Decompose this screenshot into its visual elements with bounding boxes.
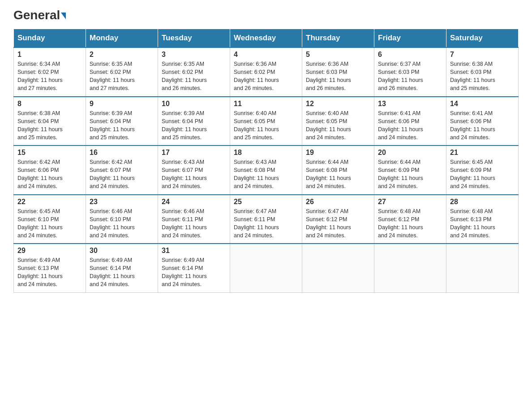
day-info: Sunrise: 6:43 AMSunset: 6:07 PMDaylight:… (162, 158, 226, 191)
day-of-week-header: Sunday (14, 29, 86, 48)
day-info: Sunrise: 6:49 AMSunset: 6:14 PMDaylight:… (90, 256, 154, 289)
day-number: 30 (90, 247, 154, 255)
day-number: 8 (17, 100, 82, 108)
calendar-cell: 6Sunrise: 6:37 AMSunset: 6:03 PMDaylight… (374, 47, 446, 97)
page-header: General (13, 9, 519, 20)
day-info: Sunrise: 6:38 AMSunset: 6:04 PMDaylight:… (17, 109, 82, 142)
calendar-cell: 8Sunrise: 6:38 AMSunset: 6:04 PMDaylight… (14, 97, 86, 146)
calendar-cell: 3Sunrise: 6:35 AMSunset: 6:02 PMDaylight… (158, 47, 230, 97)
calendar-week-row: 29Sunrise: 6:49 AMSunset: 6:13 PMDayligh… (14, 244, 519, 292)
day-info: Sunrise: 6:39 AMSunset: 6:04 PMDaylight:… (90, 109, 154, 142)
day-number: 7 (450, 51, 515, 59)
calendar-cell: 28Sunrise: 6:48 AMSunset: 6:13 PMDayligh… (446, 195, 519, 244)
day-number: 3 (162, 51, 226, 59)
calendar-cell: 23Sunrise: 6:46 AMSunset: 6:10 PMDayligh… (86, 195, 158, 244)
day-info: Sunrise: 6:36 AMSunset: 6:03 PMDaylight:… (306, 60, 370, 93)
calendar-header-row: SundayMondayTuesdayWednesdayThursdayFrid… (14, 29, 519, 48)
day-number: 4 (234, 51, 298, 59)
day-number: 13 (378, 100, 442, 108)
calendar-cell: 18Sunrise: 6:43 AMSunset: 6:08 PMDayligh… (230, 146, 302, 195)
day-number: 18 (234, 149, 298, 157)
day-of-week-header: Tuesday (158, 29, 230, 48)
day-number: 12 (306, 100, 370, 108)
day-number: 21 (450, 149, 515, 157)
day-info: Sunrise: 6:35 AMSunset: 6:02 PMDaylight:… (90, 60, 154, 93)
calendar-cell: 30Sunrise: 6:49 AMSunset: 6:14 PMDayligh… (86, 244, 158, 292)
day-of-week-header: Monday (86, 29, 158, 48)
day-number: 31 (162, 247, 226, 255)
day-number: 25 (234, 198, 298, 206)
day-info: Sunrise: 6:44 AMSunset: 6:09 PMDaylight:… (378, 158, 442, 191)
calendar-cell: 7Sunrise: 6:38 AMSunset: 6:03 PMDaylight… (446, 47, 519, 97)
day-info: Sunrise: 6:38 AMSunset: 6:03 PMDaylight:… (450, 60, 515, 93)
day-info: Sunrise: 6:36 AMSunset: 6:02 PMDaylight:… (234, 60, 298, 93)
day-info: Sunrise: 6:47 AMSunset: 6:12 PMDaylight:… (306, 207, 370, 240)
calendar-week-row: 8Sunrise: 6:38 AMSunset: 6:04 PMDaylight… (14, 97, 519, 146)
day-info: Sunrise: 6:39 AMSunset: 6:04 PMDaylight:… (162, 109, 226, 142)
day-number: 20 (378, 149, 442, 157)
day-info: Sunrise: 6:40 AMSunset: 6:05 PMDaylight:… (234, 109, 298, 142)
day-info: Sunrise: 6:45 AMSunset: 6:10 PMDaylight:… (17, 207, 82, 240)
day-number: 1 (17, 51, 82, 59)
day-info: Sunrise: 6:43 AMSunset: 6:08 PMDaylight:… (234, 158, 298, 191)
day-number: 19 (306, 149, 370, 157)
calendar-cell: 21Sunrise: 6:45 AMSunset: 6:09 PMDayligh… (446, 146, 519, 195)
day-number: 27 (378, 198, 442, 206)
calendar-table: SundayMondayTuesdayWednesdayThursdayFrid… (13, 29, 519, 293)
calendar-cell: 25Sunrise: 6:47 AMSunset: 6:11 PMDayligh… (230, 195, 302, 244)
day-number: 29 (17, 247, 82, 255)
calendar-cell: 12Sunrise: 6:40 AMSunset: 6:05 PMDayligh… (302, 97, 374, 146)
logo-general-line: General (13, 9, 66, 21)
calendar-cell: 4Sunrise: 6:36 AMSunset: 6:02 PMDaylight… (230, 47, 302, 97)
day-number: 22 (17, 198, 82, 206)
calendar-cell: 11Sunrise: 6:40 AMSunset: 6:05 PMDayligh… (230, 97, 302, 146)
calendar-cell: 14Sunrise: 6:41 AMSunset: 6:06 PMDayligh… (446, 97, 519, 146)
day-info: Sunrise: 6:46 AMSunset: 6:10 PMDaylight:… (90, 207, 154, 240)
day-of-week-header: Wednesday (230, 29, 302, 48)
day-info: Sunrise: 6:47 AMSunset: 6:11 PMDaylight:… (234, 207, 298, 240)
calendar-cell: 15Sunrise: 6:42 AMSunset: 6:06 PMDayligh… (14, 146, 86, 195)
day-info: Sunrise: 6:49 AMSunset: 6:14 PMDaylight:… (162, 256, 226, 289)
day-info: Sunrise: 6:44 AMSunset: 6:08 PMDaylight:… (306, 158, 370, 191)
day-info: Sunrise: 6:48 AMSunset: 6:12 PMDaylight:… (378, 207, 442, 240)
calendar-cell: 26Sunrise: 6:47 AMSunset: 6:12 PMDayligh… (302, 195, 374, 244)
calendar-cell: 13Sunrise: 6:41 AMSunset: 6:06 PMDayligh… (374, 97, 446, 146)
day-info: Sunrise: 6:37 AMSunset: 6:03 PMDaylight:… (378, 60, 442, 93)
day-number: 10 (162, 100, 226, 108)
day-info: Sunrise: 6:40 AMSunset: 6:05 PMDaylight:… (306, 109, 370, 142)
day-of-week-header: Thursday (302, 29, 374, 48)
calendar-cell: 2Sunrise: 6:35 AMSunset: 6:02 PMDaylight… (86, 47, 158, 97)
day-info: Sunrise: 6:35 AMSunset: 6:02 PMDaylight:… (162, 60, 226, 93)
day-number: 14 (450, 100, 515, 108)
day-info: Sunrise: 6:46 AMSunset: 6:11 PMDaylight:… (162, 207, 226, 240)
day-number: 28 (450, 198, 515, 206)
calendar-cell: 1Sunrise: 6:34 AMSunset: 6:02 PMDaylight… (14, 47, 86, 97)
calendar-cell (374, 244, 446, 292)
calendar-week-row: 1Sunrise: 6:34 AMSunset: 6:02 PMDaylight… (14, 47, 519, 97)
day-number: 24 (162, 198, 226, 206)
calendar-cell: 9Sunrise: 6:39 AMSunset: 6:04 PMDaylight… (86, 97, 158, 146)
day-info: Sunrise: 6:48 AMSunset: 6:13 PMDaylight:… (450, 207, 515, 240)
calendar-cell (302, 244, 374, 292)
day-number: 23 (90, 198, 154, 206)
calendar-cell: 27Sunrise: 6:48 AMSunset: 6:12 PMDayligh… (374, 195, 446, 244)
calendar-cell: 29Sunrise: 6:49 AMSunset: 6:13 PMDayligh… (14, 244, 86, 292)
day-number: 11 (234, 100, 298, 108)
day-number: 6 (378, 51, 442, 59)
day-number: 2 (90, 51, 154, 59)
day-info: Sunrise: 6:49 AMSunset: 6:13 PMDaylight:… (17, 256, 82, 289)
calendar-cell (230, 244, 302, 292)
day-of-week-header: Friday (374, 29, 446, 48)
calendar-cell: 17Sunrise: 6:43 AMSunset: 6:07 PMDayligh… (158, 146, 230, 195)
day-info: Sunrise: 6:34 AMSunset: 6:02 PMDaylight:… (17, 60, 82, 93)
day-number: 15 (17, 149, 82, 157)
calendar-week-row: 15Sunrise: 6:42 AMSunset: 6:06 PMDayligh… (14, 146, 519, 195)
calendar-week-row: 22Sunrise: 6:45 AMSunset: 6:10 PMDayligh… (14, 195, 519, 244)
day-of-week-header: Saturday (446, 29, 519, 48)
day-number: 17 (162, 149, 226, 157)
calendar-cell: 19Sunrise: 6:44 AMSunset: 6:08 PMDayligh… (302, 146, 374, 195)
calendar-cell (446, 244, 519, 292)
day-info: Sunrise: 6:41 AMSunset: 6:06 PMDaylight:… (378, 109, 442, 142)
day-number: 5 (306, 51, 370, 59)
calendar-cell: 20Sunrise: 6:44 AMSunset: 6:09 PMDayligh… (374, 146, 446, 195)
